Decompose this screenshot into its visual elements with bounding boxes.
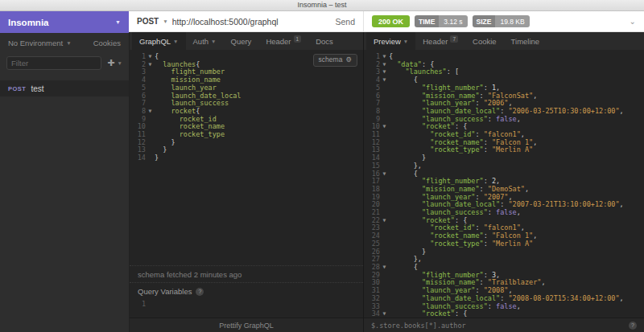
fold-arrow-icon[interactable] <box>380 84 389 92</box>
request-method-badge: POST <box>8 85 26 92</box>
fold-arrow-icon[interactable] <box>380 194 389 202</box>
sidebar-filter-input[interactable] <box>6 56 101 70</box>
fold-arrow-icon[interactable]: ▼ <box>380 123 389 131</box>
request-panel-body: GraphQL▼Auth▼QueryHeader1Docs schema ⚙ 1… <box>129 32 364 332</box>
tab-label: Timeline <box>511 37 540 46</box>
response-panel: 200 OK TIME 3.12 s SIZE 19.8 KB ⌄ Previe… <box>364 11 644 332</box>
request-list-item[interactable]: POSTtest <box>0 80 129 96</box>
tab-label: Header <box>266 37 291 46</box>
fold-arrow-icon[interactable] <box>146 76 155 84</box>
add-request-button[interactable]: ✚ ▼ <box>107 58 122 68</box>
fold-arrow-icon[interactable] <box>380 139 389 147</box>
fold-arrow-icon[interactable] <box>380 209 389 217</box>
fold-arrow-icon[interactable] <box>146 116 155 124</box>
fold-arrow-icon[interactable]: ▼ <box>380 310 389 318</box>
url-bar: POST ▼ http://localhost:5000/graphql Sen… <box>129 11 364 32</box>
fold-arrow-icon[interactable] <box>380 100 389 108</box>
fold-arrow-icon[interactable] <box>380 162 389 170</box>
schema-button[interactable]: schema ⚙ <box>313 54 357 67</box>
code-line: 34▼ "rocket": { <box>364 310 644 318</box>
workspace-name: Insomnia <box>8 18 48 27</box>
main-layout: Insomnia ▼ No Environment ▼ Cookies ✚ ▼ … <box>0 11 644 332</box>
fold-arrow-icon[interactable] <box>146 139 155 147</box>
line-number: 14 <box>130 154 146 162</box>
wrench-icon: ⚙ <box>345 56 352 64</box>
fold-arrow-icon[interactable] <box>380 272 389 280</box>
fold-arrow-icon[interactable]: ▼ <box>380 264 389 272</box>
help-icon[interactable]: ? <box>196 288 204 296</box>
fold-arrow-icon[interactable] <box>380 303 389 311</box>
fold-arrow-icon[interactable] <box>380 116 389 124</box>
fold-arrow-icon[interactable] <box>380 201 389 209</box>
fold-arrow-icon[interactable] <box>146 84 155 92</box>
graphql-editor[interactable]: schema ⚙ 1▼{2▼ launches{3 flight_number4… <box>130 50 363 265</box>
chevron-down-icon: ▼ <box>211 39 216 44</box>
fold-arrow-icon[interactable] <box>380 232 389 240</box>
fold-arrow-icon[interactable] <box>146 131 155 139</box>
fold-arrow-icon[interactable]: ▼ <box>380 68 389 76</box>
response-body-viewer[interactable]: 1▼{2▼ "data": {3▼ "launches": [4▼ {5 "fl… <box>364 50 644 318</box>
fold-arrow-icon[interactable] <box>146 154 155 162</box>
tab-docs[interactable]: Docs <box>308 32 341 50</box>
time-label: TIME <box>415 15 439 27</box>
environment-selector[interactable]: No Environment ▼ <box>8 39 72 47</box>
fold-arrow-icon[interactable] <box>380 186 389 194</box>
fold-arrow-icon[interactable] <box>380 295 389 303</box>
workspace-dropdown[interactable]: Insomnia ▼ <box>0 11 129 33</box>
window-titlebar: Insomnia – test <box>0 0 644 11</box>
tab-badge: 1 <box>294 35 302 43</box>
fold-arrow-icon[interactable] <box>380 240 389 248</box>
help-icon[interactable]: ? <box>629 322 637 330</box>
fold-arrow-icon[interactable]: ▼ <box>146 61 155 69</box>
fold-arrow-icon[interactable] <box>380 248 389 256</box>
fold-arrow-icon[interactable] <box>380 224 389 232</box>
tab-badge: 7 <box>450 35 458 43</box>
method-dropdown[interactable]: POST <box>137 17 159 26</box>
fold-arrow-icon[interactable] <box>380 92 389 100</box>
fold-arrow-icon[interactable]: ▼ <box>380 53 389 61</box>
tab-query[interactable]: Query <box>224 32 259 50</box>
fold-arrow-icon[interactable] <box>380 146 389 154</box>
fold-arrow-icon[interactable] <box>380 279 389 287</box>
time-value: 3.12 s <box>439 15 467 27</box>
fold-arrow-icon[interactable]: ▼ <box>146 108 155 116</box>
query-variables-label: Query Variables <box>138 287 192 296</box>
send-button[interactable]: Send <box>335 17 355 27</box>
fold-arrow-icon[interactable]: ▼ <box>380 76 389 84</box>
fold-arrow-icon[interactable] <box>146 100 155 108</box>
response-history-chevron-icon[interactable]: ⌄ <box>630 17 636 26</box>
cookies-button[interactable]: Cookies <box>93 39 121 47</box>
fold-arrow-icon[interactable] <box>146 146 155 154</box>
response-meta-bar: 200 OK TIME 3.12 s SIZE 19.8 KB ⌄ <box>364 11 644 32</box>
code-line: 13 } <box>130 146 363 154</box>
tab-preview[interactable]: Preview▼ <box>366 32 415 50</box>
tab-timeline[interactable]: Timeline <box>504 32 547 50</box>
plus-icon: ✚ <box>107 58 114 68</box>
fold-arrow-icon[interactable] <box>380 154 389 162</box>
fold-arrow-icon[interactable]: ▼ <box>380 61 389 69</box>
fold-arrow-icon[interactable] <box>146 68 155 76</box>
fold-arrow-icon[interactable]: ▼ <box>380 217 389 225</box>
url-input[interactable]: http://localhost:5000/graphql <box>172 17 332 27</box>
tab-cookie[interactable]: Cookie <box>465 32 504 50</box>
fold-arrow-icon[interactable] <box>380 256 389 264</box>
environment-label: No Environment <box>8 39 63 47</box>
response-filter-input[interactable] <box>371 322 629 330</box>
fold-arrow-icon[interactable] <box>380 108 389 116</box>
tab-header[interactable]: Header1 <box>258 32 308 50</box>
query-variables-editor[interactable]: 1 <box>130 298 363 318</box>
prettify-button[interactable]: Prettify GraphQL <box>219 322 274 330</box>
fold-arrow-icon[interactable] <box>380 178 389 186</box>
fold-arrow-icon[interactable] <box>146 92 155 100</box>
chevron-down-icon: ▼ <box>163 18 167 24</box>
tab-auth[interactable]: Auth▼ <box>186 32 224 50</box>
fold-arrow-icon[interactable] <box>380 131 389 139</box>
tab-graphql[interactable]: GraphQL▼ <box>132 32 186 50</box>
fold-arrow-icon[interactable] <box>146 123 155 131</box>
fold-arrow-icon[interactable]: ▼ <box>380 170 389 178</box>
sidebar-filter-row: ✚ ▼ <box>0 52 129 73</box>
fold-arrow-icon[interactable]: ▼ <box>146 53 155 61</box>
fold-arrow-icon[interactable] <box>380 287 389 295</box>
fold-arrow-icon[interactable] <box>146 301 155 309</box>
tab-header[interactable]: Header7 <box>415 32 465 50</box>
